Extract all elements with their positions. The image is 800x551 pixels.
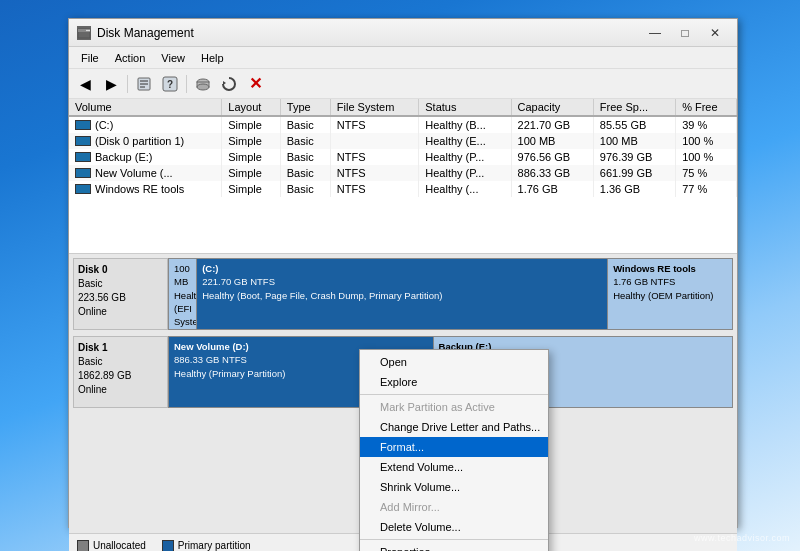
toolbar: ◀ ▶ ? — [69, 69, 737, 99]
ctx-extend[interactable]: Extend Volume... — [360, 457, 548, 477]
cell-type: Basic — [280, 133, 330, 149]
toolbar-separator-2 — [186, 75, 187, 93]
svg-rect-1 — [78, 29, 90, 32]
table-row[interactable]: Windows RE tools Simple Basic NTFS Healt… — [69, 181, 737, 197]
ctx-open[interactable]: Open — [360, 352, 548, 372]
cell-layout: Simple — [222, 133, 281, 149]
menu-help[interactable]: Help — [193, 50, 232, 66]
legend-unallocated-box — [77, 540, 89, 552]
col-status: Status — [419, 99, 511, 116]
ctx-mark-active: Mark Partition as Active — [360, 397, 548, 417]
cell-type: Basic — [280, 116, 330, 133]
disk0-partitions: 100 MB Healthy (EFI System) (C:) 221.70 … — [168, 258, 733, 330]
toolbar-separator-1 — [127, 75, 128, 93]
menu-action[interactable]: Action — [107, 50, 154, 66]
cell-layout: Simple — [222, 165, 281, 181]
ctx-change-drive[interactable]: Change Drive Letter and Paths... — [360, 417, 548, 437]
col-layout: Layout — [222, 99, 281, 116]
legend-unallocated: Unallocated — [77, 540, 146, 552]
cell-fs: NTFS — [330, 116, 418, 133]
legend-primary: Primary partition — [162, 540, 251, 552]
cell-status: Healthy (B... — [419, 116, 511, 133]
disk0-efi-partition[interactable]: 100 MB Healthy (EFI System) — [169, 259, 197, 329]
disk0-efi-status: Healthy (EFI System) — [174, 289, 191, 329]
table-row[interactable]: (Disk 0 partition 1) Simple Basic Health… — [69, 133, 737, 149]
disk-management-window: Disk Management — □ ✕ File Action View H… — [68, 18, 738, 528]
col-type: Type — [280, 99, 330, 116]
ctx-explore[interactable]: Explore — [360, 372, 548, 392]
vol-icon — [75, 184, 91, 194]
cell-pct: 77 % — [676, 181, 737, 197]
refresh-button[interactable] — [217, 73, 241, 95]
watermark: www.techadvisor.com — [694, 533, 790, 543]
disk0-re-partition[interactable]: Windows RE tools 1.76 GB NTFS Healthy (O… — [608, 259, 732, 329]
svg-text:?: ? — [167, 79, 173, 90]
ctx-shrink[interactable]: Shrink Volume... — [360, 477, 548, 497]
cell-layout: Simple — [222, 149, 281, 165]
maximize-button[interactable]: □ — [671, 24, 699, 42]
cell-pct: 100 % — [676, 133, 737, 149]
cell-status: Healthy (P... — [419, 165, 511, 181]
window-icon — [77, 26, 91, 40]
legend-primary-box — [162, 540, 174, 552]
menu-file[interactable]: File — [73, 50, 107, 66]
desktop: Disk Management — □ ✕ File Action View H… — [0, 0, 800, 551]
ctx-delete[interactable]: Delete Volume... — [360, 517, 548, 537]
svg-point-3 — [88, 29, 90, 31]
legend-primary-label: Primary partition — [178, 540, 251, 551]
cell-capacity: 221.70 GB — [511, 116, 593, 133]
table-row[interactable]: New Volume (... Simple Basic NTFS Health… — [69, 165, 737, 181]
title-bar: Disk Management — □ ✕ — [69, 19, 737, 47]
table-row[interactable]: Backup (E:) Simple Basic NTFS Healthy (P… — [69, 149, 737, 165]
cell-capacity: 886.33 GB — [511, 165, 593, 181]
ctx-format[interactable]: Format... — [360, 437, 548, 457]
disk-icon-button[interactable] — [191, 73, 215, 95]
svg-marker-13 — [223, 81, 226, 85]
forward-button[interactable]: ▶ — [99, 73, 123, 95]
cell-pct: 39 % — [676, 116, 737, 133]
cell-type: Basic — [280, 181, 330, 197]
menu-bar: File Action View Help — [69, 47, 737, 69]
close-button[interactable]: ✕ — [701, 24, 729, 42]
back-button[interactable]: ◀ — [73, 73, 97, 95]
window-controls: — □ ✕ — [641, 24, 729, 42]
cell-layout: Simple — [222, 116, 281, 133]
cell-fs — [330, 133, 418, 149]
col-pctfree: % Free — [676, 99, 737, 116]
cell-volume: Windows RE tools — [69, 181, 222, 197]
cell-volume: New Volume (... — [69, 165, 222, 181]
cell-status: Healthy (P... — [419, 149, 511, 165]
cell-volume: (C:) — [69, 116, 222, 133]
cell-pct: 100 % — [676, 149, 737, 165]
delete-button[interactable]: ✕ — [243, 73, 267, 95]
cell-free: 85.55 GB — [593, 116, 675, 133]
disk0-c-partition[interactable]: (C:) 221.70 GB NTFS Healthy (Boot, Page … — [197, 259, 608, 329]
cell-fs: NTFS — [330, 149, 418, 165]
svg-point-12 — [197, 84, 209, 90]
disk0-label: Disk 0 Basic 223.56 GB Online — [73, 258, 168, 330]
volume-table-area: Volume Layout Type File System Status Ca… — [69, 99, 737, 254]
properties-button[interactable] — [132, 73, 156, 95]
cell-volume: (Disk 0 partition 1) — [69, 133, 222, 149]
help-toolbar-button[interactable]: ? — [158, 73, 182, 95]
disk1-label: Disk 1 Basic 1862.89 GB Online — [73, 336, 168, 408]
disk0-efi-size: 100 MB — [174, 262, 191, 289]
menu-view[interactable]: View — [153, 50, 193, 66]
cell-type: Basic — [280, 165, 330, 181]
vol-icon — [75, 120, 91, 130]
cell-free: 100 MB — [593, 133, 675, 149]
cell-layout: Simple — [222, 181, 281, 197]
cell-capacity: 100 MB — [511, 133, 593, 149]
legend-unallocated-label: Unallocated — [93, 540, 146, 551]
minimize-button[interactable]: — — [641, 24, 669, 42]
ctx-sep-2 — [360, 539, 548, 540]
cell-fs: NTFS — [330, 165, 418, 181]
svg-point-2 — [86, 29, 88, 31]
disk0-re-label: Windows RE tools — [613, 262, 727, 275]
cell-fs: NTFS — [330, 181, 418, 197]
table-row[interactable]: (C:) Simple Basic NTFS Healthy (B... 221… — [69, 116, 737, 133]
disk0-c-label: (C:) — [202, 262, 602, 275]
ctx-properties[interactable]: Properties — [360, 542, 548, 551]
ctx-add-mirror: Add Mirror... — [360, 497, 548, 517]
disk0-re-status: Healthy (OEM Partition) — [613, 289, 727, 302]
